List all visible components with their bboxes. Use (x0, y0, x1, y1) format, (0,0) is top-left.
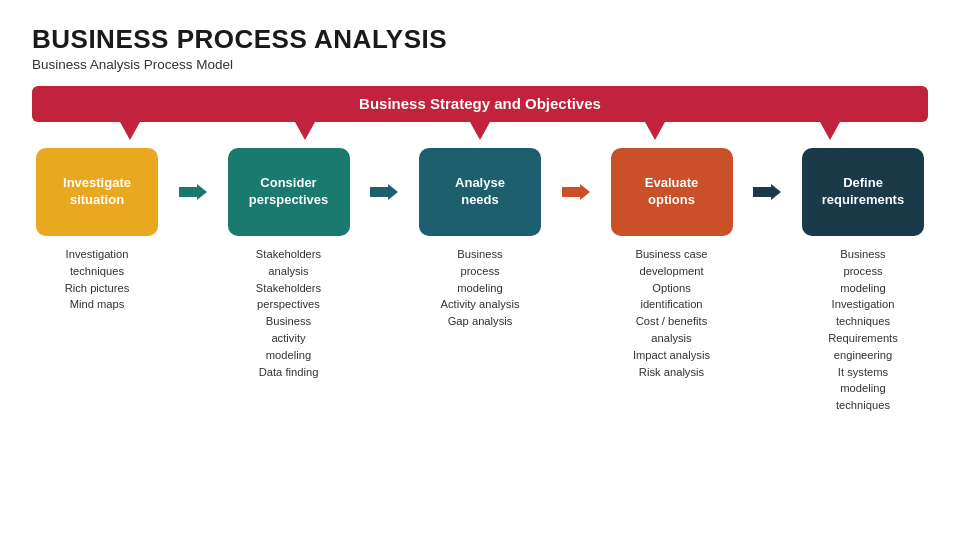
box-evaluate: Evaluateoptions (611, 148, 733, 236)
sub-title: Business Analysis Process Model (32, 57, 928, 72)
label-consider: Stakeholders analysis Stakeholders persp… (228, 246, 350, 380)
box-analyse: Analyseneeds (419, 148, 541, 236)
main-title: BUSINESS PROCESS ANALYSIS (32, 24, 928, 55)
box-define: Definerequirements (802, 148, 924, 236)
box-consider-label: Considerperspectives (249, 175, 329, 209)
arrow-down-1 (120, 122, 140, 140)
svg-marker-3 (753, 184, 781, 200)
arrow-down-4 (645, 122, 665, 140)
arrow-down-2 (295, 122, 315, 140)
label-define: Business process modeling Investigation … (802, 246, 924, 414)
svg-marker-1 (370, 184, 398, 200)
connector-2 (370, 182, 398, 202)
diagram: Business Strategy and Objectives Investi… (32, 86, 928, 524)
boxes-row: Investigatesituation Considerperspective… (32, 148, 928, 236)
svg-marker-0 (179, 184, 207, 200)
label-evaluate: Business case development Options identi… (611, 246, 733, 380)
box-evaluate-label: Evaluateoptions (645, 175, 698, 209)
box-define-label: Definerequirements (822, 175, 904, 209)
svg-marker-2 (562, 184, 590, 200)
connector-4 (753, 182, 781, 202)
box-investigate-label: Investigatesituation (63, 175, 131, 209)
arrows-row (32, 122, 928, 148)
box-analyse-label: Analyseneeds (455, 175, 505, 209)
arrow-down-3 (470, 122, 490, 140)
arrow-down-5 (820, 122, 840, 140)
page: BUSINESS PROCESS ANALYSIS Business Analy… (0, 0, 960, 540)
connector-3 (562, 182, 590, 202)
connector-1 (179, 182, 207, 202)
box-investigate: Investigatesituation (36, 148, 158, 236)
box-consider: Considerperspectives (228, 148, 350, 236)
label-analyse: Business process modeling Activity analy… (419, 246, 541, 330)
label-investigate: Investigation techniques Rich pictures M… (36, 246, 158, 313)
banner: Business Strategy and Objectives (32, 86, 928, 122)
labels-row: Investigation techniques Rich pictures M… (32, 236, 928, 414)
banner-text: Business Strategy and Objectives (359, 95, 601, 112)
